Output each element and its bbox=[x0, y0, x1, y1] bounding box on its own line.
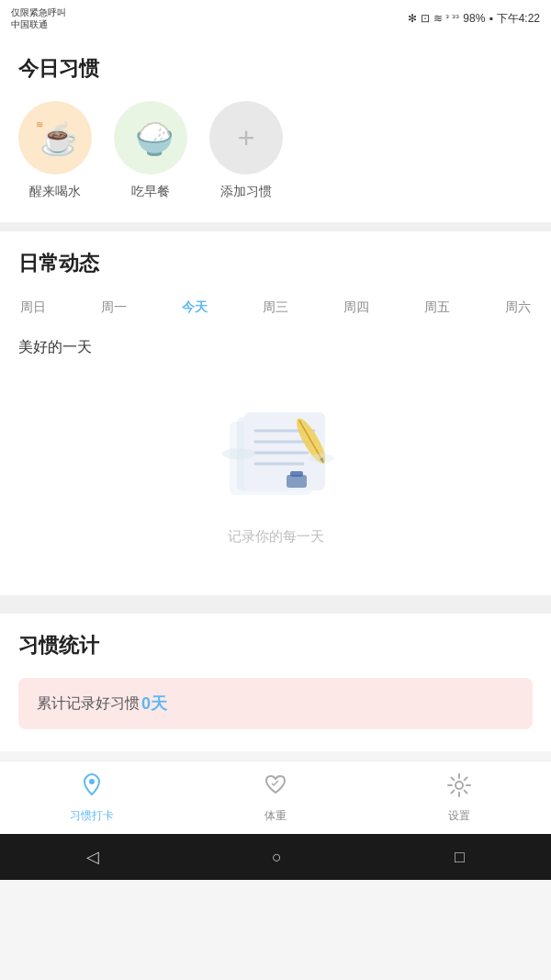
svg-point-17 bbox=[455, 782, 463, 789]
tab-today[interactable]: 今天 bbox=[180, 296, 209, 320]
tab-monday[interactable]: 周一 bbox=[99, 296, 129, 320]
diary-illustration bbox=[202, 394, 349, 513]
divider-1 bbox=[0, 222, 551, 231]
signal-icons: ⊡ ≋ ᵌ ᵌᵌ bbox=[421, 12, 459, 25]
daily-subtitle: 美好的一天 bbox=[18, 338, 533, 357]
habit-label-add: 添加习惯 bbox=[220, 184, 272, 200]
nav-item-settings[interactable]: 设置 bbox=[367, 772, 551, 824]
coffee-icon: ☕ ≋ bbox=[34, 117, 76, 159]
main-content: 今日习惯 ☕ ≋ 醒来喝水 🍚 bbox=[0, 37, 551, 751]
daily-section: 日常动态 周日 周一 今天 周三 周四 周五 周六 美好的一天 bbox=[0, 231, 551, 595]
checkin-icon bbox=[79, 772, 105, 798]
settings-nav-icon bbox=[446, 772, 472, 805]
habit-label-breakfast: 吃早餐 bbox=[131, 184, 170, 200]
weight-nav-icon bbox=[263, 772, 288, 805]
bottom-nav: 习惯打卡 体重 设置 bbox=[0, 760, 551, 834]
svg-rect-12 bbox=[287, 475, 307, 488]
bluetooth-icon: ✻ bbox=[408, 12, 417, 25]
habit-circle-add: + bbox=[209, 101, 283, 175]
tab-friday[interactable]: 周五 bbox=[422, 296, 452, 320]
svg-point-15 bbox=[309, 454, 334, 463]
battery-status: 98% bbox=[463, 12, 485, 25]
empty-state: 记录你的每一天 bbox=[18, 376, 533, 573]
status-icons: ✻ ⊡ ≋ ᵌ ᵌᵌ 98% ▪ 下午4:22 bbox=[408, 11, 540, 27]
battery-icon: ▪ bbox=[489, 12, 492, 25]
svg-point-14 bbox=[222, 448, 255, 459]
habit-label-water: 醒来喝水 bbox=[29, 184, 81, 200]
plus-icon: + bbox=[238, 123, 255, 152]
time-display: 下午4:22 bbox=[497, 11, 540, 27]
habit-item-water[interactable]: ☕ ≋ 醒来喝水 bbox=[18, 101, 92, 200]
stats-section: 习惯统计 累计记录好习惯 0天 bbox=[0, 614, 551, 751]
weekday-tabs: 周日 周一 今天 周三 周四 周五 周六 bbox=[18, 296, 533, 320]
svg-text:☕: ☕ bbox=[39, 120, 76, 158]
svg-point-16 bbox=[89, 779, 95, 784]
nav-item-weight[interactable]: 体重 bbox=[184, 772, 367, 824]
status-carrier: 仅限紧急呼叫 中国联通 bbox=[11, 6, 66, 30]
empty-illustration bbox=[202, 394, 349, 513]
daily-title: 日常动态 bbox=[18, 250, 533, 277]
gear-icon bbox=[446, 772, 472, 798]
home-button[interactable]: ○ bbox=[272, 848, 282, 867]
tab-sunday[interactable]: 周日 bbox=[18, 296, 48, 320]
android-nav: ◁ ○ □ bbox=[0, 834, 551, 880]
svg-rect-13 bbox=[290, 471, 303, 477]
nav-item-habits[interactable]: 习惯打卡 bbox=[0, 772, 184, 824]
habits-list: ☕ ≋ 醒来喝水 🍚 吃早餐 + bbox=[18, 101, 533, 200]
nav-label-habits: 习惯打卡 bbox=[70, 808, 114, 824]
bowl-icon: 🍚 bbox=[129, 117, 172, 159]
habit-item-add[interactable]: + 添加习惯 bbox=[209, 101, 283, 200]
stats-banner-text: 累计记录好习惯 bbox=[37, 694, 140, 714]
empty-text: 记录你的每一天 bbox=[228, 528, 324, 546]
stats-title: 习惯统计 bbox=[18, 632, 533, 659]
nav-label-weight: 体重 bbox=[264, 808, 287, 824]
heart-icon bbox=[263, 772, 288, 798]
status-bar: 仅限紧急呼叫 中国联通 ✻ ⊡ ≋ ᵌ ᵌᵌ 98% ▪ 下午4:22 bbox=[0, 0, 551, 37]
habit-item-breakfast[interactable]: 🍚 吃早餐 bbox=[114, 101, 187, 200]
tab-thursday[interactable]: 周四 bbox=[342, 296, 371, 320]
habit-circle-water: ☕ ≋ bbox=[18, 101, 92, 175]
tab-wednesday[interactable]: 周三 bbox=[261, 296, 290, 320]
stats-count: 0天 bbox=[141, 693, 167, 715]
habits-section: 今日习惯 ☕ ≋ 醒来喝水 🍚 bbox=[0, 37, 551, 222]
back-button[interactable]: ◁ bbox=[86, 847, 99, 867]
habits-nav-icon bbox=[79, 772, 105, 805]
stats-banner: 累计记录好习惯 0天 bbox=[18, 678, 533, 729]
nav-label-settings: 设置 bbox=[448, 808, 470, 824]
divider-2 bbox=[0, 595, 551, 604]
tab-saturday[interactable]: 周六 bbox=[503, 296, 533, 320]
svg-text:🍚: 🍚 bbox=[135, 120, 172, 158]
recents-button[interactable]: □ bbox=[455, 848, 465, 867]
svg-text:≋: ≋ bbox=[36, 119, 43, 130]
habit-circle-breakfast: 🍚 bbox=[114, 101, 187, 175]
habits-title: 今日习惯 bbox=[18, 55, 533, 83]
